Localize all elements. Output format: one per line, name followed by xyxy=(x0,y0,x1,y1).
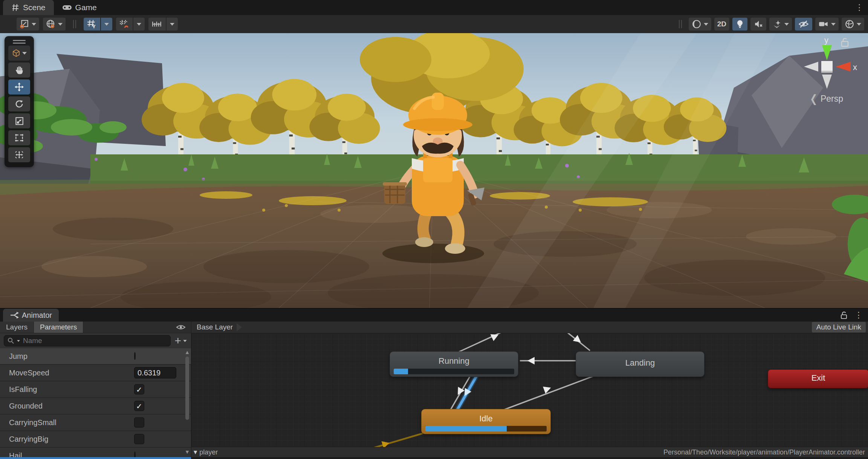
bool-checkbox[interactable]: ✓ xyxy=(134,418,144,428)
parameters-scrollbar[interactable]: ▲ ▼ xyxy=(184,350,190,454)
snap-magnet-icon xyxy=(119,19,130,29)
audio-mute-button[interactable] xyxy=(750,18,766,30)
svg-text:Y: Y xyxy=(92,24,96,29)
scale-tool-button[interactable] xyxy=(8,113,30,128)
dropdown-caret-icon xyxy=(831,23,836,26)
scene-grid-icon xyxy=(11,3,20,12)
overlay-drag-handle[interactable] xyxy=(6,40,32,44)
toolbar-separator xyxy=(73,20,76,28)
basket xyxy=(383,182,407,204)
window-menu-kebab-icon[interactable]: ⋮ xyxy=(855,3,863,12)
bool-checkbox[interactable]: ✓ xyxy=(134,401,144,411)
state-node-idle[interactable]: Idle xyxy=(421,409,551,434)
tab-parameters[interactable]: Parameters xyxy=(34,322,83,333)
scene-tool-strip xyxy=(5,36,34,167)
rotate-tool-icon xyxy=(14,99,24,109)
move-tool-button[interactable] xyxy=(8,79,30,95)
ruler-snap-button[interactable] xyxy=(148,18,166,30)
scale-tool-icon xyxy=(14,116,24,126)
state-node-exit[interactable]: Exit xyxy=(768,369,868,388)
eye-slash-icon xyxy=(798,19,809,29)
add-parameter-button[interactable]: + xyxy=(174,335,187,346)
rotate-tool-button[interactable] xyxy=(8,96,30,111)
shading-mode-button[interactable] xyxy=(689,18,711,30)
gizmo-neg-y-cone[interactable] xyxy=(822,75,832,89)
parameter-row-jump[interactable]: Jump xyxy=(0,348,191,365)
dropdown-caret-icon xyxy=(32,23,36,26)
gizmos-sphere-icon xyxy=(845,19,854,29)
state-machine-graph[interactable]: Running Landing Idle Exit xyxy=(191,333,868,459)
tab-animator[interactable]: Animator xyxy=(3,309,59,322)
ruler-snap-dropdown[interactable] xyxy=(167,18,178,30)
grid-snap-y-button[interactable]: Y xyxy=(84,18,100,30)
hand-tool-button[interactable] xyxy=(8,63,30,78)
add-parameter-caret-icon xyxy=(183,340,187,342)
state-node-running[interactable]: Running xyxy=(390,351,518,377)
breadcrumb-base-layer[interactable]: Base Layer xyxy=(197,323,233,331)
scene-visibility-button[interactable] xyxy=(795,18,812,30)
audio-mute-icon xyxy=(753,19,763,29)
tab-game[interactable]: Game xyxy=(54,0,105,15)
search-input[interactable] xyxy=(22,336,167,345)
gizmos-toggle-button[interactable] xyxy=(842,18,864,30)
scene-viewport[interactable]: y x ❮ Persp xyxy=(0,33,868,308)
toolbar-separator xyxy=(679,20,682,28)
projection-indicator[interactable]: ❮ Persp xyxy=(810,93,843,104)
panel-lock-icon[interactable] xyxy=(840,311,848,319)
gamepad-icon xyxy=(62,4,72,11)
view-options-button[interactable] xyxy=(8,46,30,61)
transform-tool-button[interactable] xyxy=(8,147,30,162)
parameter-row-grounded[interactable]: Grounded ✓ xyxy=(0,398,191,415)
snap-magnet-dropdown[interactable] xyxy=(133,18,145,30)
preview-eye-icon[interactable] xyxy=(176,324,186,331)
tab-animator-label: Animator xyxy=(22,311,52,320)
scene-toolbar: Y xyxy=(0,15,868,33)
2d-toggle-button[interactable]: 2D xyxy=(714,18,729,30)
parameter-row-carryingsmall[interactable]: CarryingSmall ✓ xyxy=(0,415,191,431)
trigger-button[interactable] xyxy=(134,352,136,360)
parameter-row-carryingbig[interactable]: CarryingBig ✓ xyxy=(0,431,191,448)
dropdown-caret-icon xyxy=(784,23,789,26)
dropdown-caret-icon xyxy=(704,23,708,26)
bool-checkbox[interactable]: ✓ xyxy=(134,434,144,444)
panel-menu-kebab-icon[interactable]: ⋮ xyxy=(854,311,863,319)
gizmo-lock-icon[interactable] xyxy=(842,38,848,46)
selection-dropdown[interactable]: ▼ player xyxy=(194,448,218,456)
tab-scene[interactable]: Scene xyxy=(3,0,54,15)
tab-layers[interactable]: Layers xyxy=(0,322,34,333)
parameter-search-field[interactable] xyxy=(4,335,171,346)
camera-preview-button[interactable] xyxy=(815,18,839,30)
effects-toggle-button[interactable] xyxy=(769,18,792,30)
animator-toolbar: Layers Parameters Base Layer Auto Live L… xyxy=(0,322,868,333)
graph-footer-strip xyxy=(191,457,868,459)
gizmo-cube[interactable] xyxy=(821,61,833,72)
grid-snap-dropdown[interactable] xyxy=(101,18,112,30)
state-node-landing[interactable]: Landing xyxy=(576,351,704,377)
lighting-toggle-button[interactable] xyxy=(732,18,747,30)
float-value-field[interactable] xyxy=(134,367,176,378)
axis-y-label: y xyxy=(824,35,828,45)
tool-handle-pivot-button[interactable] xyxy=(17,18,39,30)
parameter-row-movespeed[interactable]: MoveSpeed xyxy=(0,365,191,381)
unity-editor-window: Scene Game ⋮ xyxy=(0,0,868,459)
gizmo-neg-x-cone[interactable] xyxy=(804,62,818,72)
global-axis-icon xyxy=(46,19,56,29)
parameter-row-isfalling[interactable]: IsFalling ✓ xyxy=(0,381,191,398)
orientation-gizmo[interactable]: y x xyxy=(797,35,857,96)
gizmo-y-axis-cone[interactable] xyxy=(822,45,832,60)
projection-label: Persp xyxy=(821,94,843,104)
scroll-up-icon[interactable]: ▲ xyxy=(184,350,190,355)
auto-live-link-button[interactable]: Auto Live Link xyxy=(812,322,866,332)
rect-tool-button[interactable] xyxy=(8,130,30,145)
character-shadow xyxy=(382,244,484,263)
global-axis-button[interactable] xyxy=(43,18,66,30)
light-bulb-icon xyxy=(735,19,744,29)
snap-magnet-button[interactable] xyxy=(116,18,133,30)
scroll-down-icon[interactable]: ▼ xyxy=(184,450,190,454)
state-progress-bar xyxy=(425,426,547,432)
gizmo-x-axis-cone[interactable] xyxy=(836,62,851,72)
parameters-pane: + Jump MoveSpeed IsFalling ✓ xyxy=(0,333,191,459)
scrollbar-thumb[interactable] xyxy=(185,357,189,420)
bool-checkbox[interactable]: ✓ xyxy=(134,384,144,395)
parameters-hscrollbar[interactable] xyxy=(0,457,191,459)
